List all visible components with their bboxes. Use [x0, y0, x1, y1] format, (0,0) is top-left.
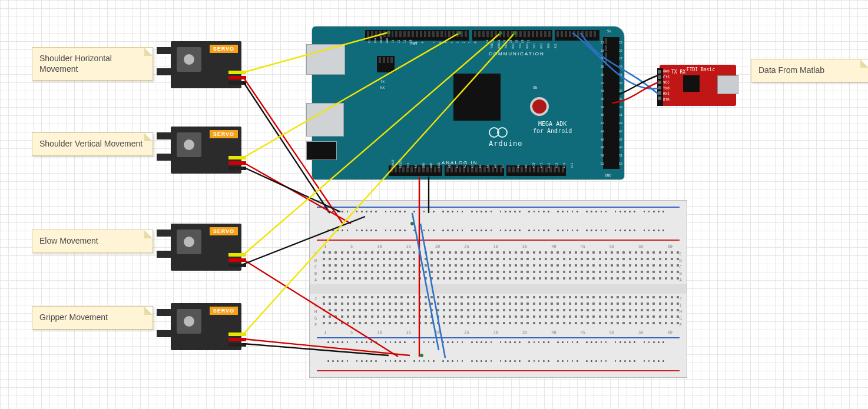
bb-center-gap: [310, 284, 687, 294]
communication-label: COMMUNICATION: [489, 51, 545, 56]
bb-rowlabels-right-bot: JIHGF: [680, 296, 682, 328]
top-pin-labels: SCLSDAAREFGND131211109876543210141516171…: [366, 39, 595, 42]
power-jack: [306, 141, 337, 160]
note-gripper: Gripper Movement: [32, 306, 153, 330]
header-digital-side: [603, 37, 619, 169]
note-elbow: Elow Movement: [32, 230, 153, 253]
fivev-label: 5V: [607, 29, 611, 33]
bb-scale-top: 151015202530354045505560: [324, 244, 672, 249]
rx-led-label: RX: [380, 85, 385, 89]
bb-rowlabels-left-top: EDCBA: [314, 251, 317, 284]
tx-led-label: TX: [380, 79, 385, 84]
bb-field-lower: [323, 296, 674, 327]
bb-rail-top-neg: [317, 205, 680, 223]
comm-pin-labels: TX0RX0TX3RX3TX2RX2TX1RX1SDASCL: [489, 44, 558, 48]
servo-label: SERVO: [210, 227, 238, 235]
servo-elbow: SERVO: [171, 224, 241, 271]
servo-label: SERVO: [210, 45, 238, 53]
note-matlab: Data From Matlab: [751, 59, 868, 82]
arduino-model-label: MEGA ADK for Android: [533, 121, 572, 135]
ftdi-chip-icon: [683, 75, 700, 92]
usb-host-port: [306, 44, 345, 75]
bb-rail-top-pos: [317, 224, 680, 242]
arduino-mega-adk: Arduino MEGA ADK for Android TX RX ON PW…: [312, 26, 624, 179]
servo-shoulder-v: SERVO: [171, 127, 241, 174]
analog-pin-labels: A0A1A2A3A4A5A6A7A8A9A10A11A12A13A14A15: [446, 164, 574, 167]
note-shoulder-horizontal: Shoulder Horizontal Movement: [32, 47, 153, 81]
usb-b-port: [306, 103, 344, 137]
bb-rail-bot-pos: [317, 355, 680, 373]
ftdi-name-label: FTDI Basic: [687, 67, 715, 72]
servo-label: SERVO: [210, 130, 238, 138]
ftdi-header: [657, 68, 663, 106]
arduino-logo: Arduino: [489, 125, 523, 148]
bb-scale-bot: 151015202530354045505560: [324, 330, 672, 335]
note-shoulder-vertical: Shoulder Vertical Movement: [32, 132, 153, 156]
ftdi-usb-mini: [717, 75, 738, 94]
ftdi-basic-board: GNDCTSVCCTXORXIDTR FTDI Basic TX RX: [660, 65, 736, 106]
bb-rail-bot-neg: [317, 336, 680, 354]
bb-field-upper: [323, 251, 674, 282]
ftdi-pin-labels: GNDCTSVCCTXORXIDTR: [663, 68, 670, 102]
on-led-label: ON: [533, 85, 537, 89]
atmega-chip-icon: [453, 74, 501, 121]
servo-label: SERVO: [210, 307, 238, 315]
header-icsp: [377, 56, 395, 72]
reset-button[interactable]: [530, 97, 549, 116]
bb-rowlabels-right-top: EDCBA: [680, 251, 682, 284]
side-pin-labels-even: 22242628303234363840424446485052: [601, 41, 604, 165]
arduino-brand-label: Arduino: [489, 139, 523, 148]
bb-rowlabels-left-bot: JIHGF: [314, 296, 317, 328]
servo-gripper: SERVO: [171, 303, 241, 350]
side-pin-labels-odd: 23252729313335373941434547495153: [619, 41, 622, 165]
gnd-label-corner: GND: [605, 173, 611, 177]
servo-shoulder-h: SERVO: [171, 41, 241, 88]
power-pin-labels: IOREFRESET3V35VGNDGNDVIN: [390, 164, 441, 167]
ftdi-txrx-label: TX RX: [671, 69, 685, 75]
breadboard: 151015202530354045505560 EDCBA JIHGF EDC…: [309, 200, 687, 378]
